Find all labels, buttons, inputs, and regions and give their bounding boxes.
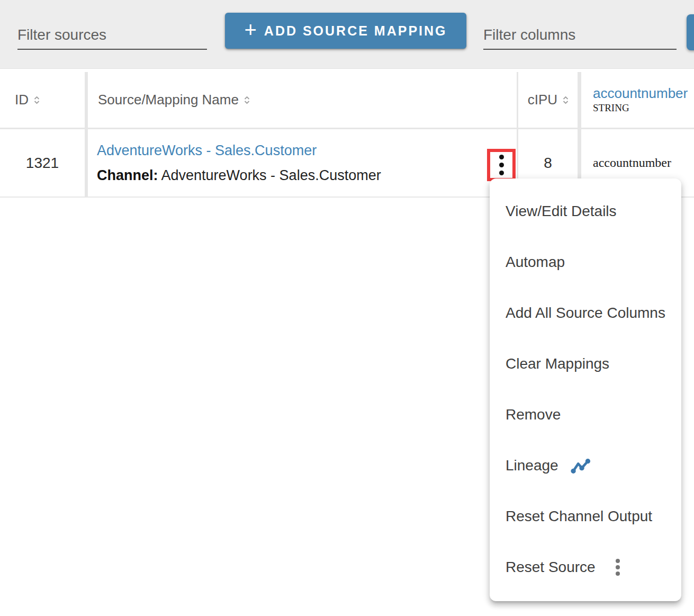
lineage-chart-icon — [570, 458, 591, 474]
accountnumber-column-type: STRING — [593, 102, 688, 114]
menu-item-automap[interactable]: Automap — [490, 237, 681, 288]
channel-line: Channel: AdventureWorks - Sales.Customer — [97, 167, 381, 184]
channel-label: Channel: — [97, 167, 158, 183]
sort-icon — [33, 95, 40, 105]
menu-item-label: Reset Channel Output — [506, 508, 652, 525]
row-accountnumber-value: accountnumber — [593, 156, 671, 170]
row-id-value: 1321 — [26, 155, 59, 172]
clipped-edge-button[interactable] — [687, 14, 694, 50]
menu-item-lineage[interactable]: Lineage — [490, 440, 681, 491]
accountnumber-column-name: accountnumber — [593, 86, 688, 102]
menu-item-label: Lineage — [506, 457, 558, 474]
sort-icon — [244, 95, 250, 105]
plus-icon: + — [244, 19, 256, 40]
column-header-id-label: ID — [15, 92, 29, 108]
column-header-accountnumber[interactable]: accountnumber STRING — [581, 72, 694, 128]
column-header-cipu-label: cIPU — [528, 92, 557, 108]
toolbar: + ADD SOURCE MAPPING — [0, 0, 694, 69]
column-header-id[interactable]: ID — [0, 72, 85, 128]
menu-item-reset-source[interactable]: Reset Source — [490, 542, 681, 593]
menu-item-label: View/Edit Details — [506, 203, 617, 220]
menu-item-view-edit-details[interactable]: View/Edit Details — [490, 186, 681, 237]
filter-columns-input[interactable] — [483, 21, 677, 50]
column-header-cipu[interactable]: cIPU — [518, 72, 578, 128]
menu-item-reset-channel-output[interactable]: Reset Channel Output — [490, 491, 681, 542]
row-id-cell: 1321 — [0, 129, 85, 197]
channel-value: AdventureWorks - Sales.Customer — [161, 167, 381, 183]
menu-item-add-all-source-columns[interactable]: Add All Source Columns — [490, 288, 681, 338]
add-source-mapping-button[interactable]: + ADD SOURCE MAPPING — [225, 13, 466, 49]
sort-icon — [562, 95, 569, 105]
source-mapping-screen: + ADD SOURCE MAPPING ID Source/Mapping N… — [0, 0, 694, 616]
add-source-mapping-label: ADD SOURCE MAPPING — [264, 23, 447, 39]
menu-item-label: Add All Source Columns — [506, 305, 665, 322]
kebab-menu-icon — [616, 559, 620, 576]
row-cipu-value: 8 — [544, 155, 552, 172]
column-header-source-label: Source/Mapping Name — [98, 92, 239, 108]
row-actions-kebab-icon[interactable] — [492, 151, 511, 178]
menu-item-label: Remove — [506, 406, 561, 423]
menu-item-label: Automap — [506, 254, 565, 271]
row-source-cell: AdventureWorks - Sales.Customer Channel:… — [88, 129, 517, 197]
menu-item-clear-mappings[interactable]: Clear Mappings — [490, 338, 681, 389]
row-actions-menu: View/Edit Details Automap Add All Source… — [490, 178, 681, 601]
source-mapping-link[interactable]: AdventureWorks - Sales.Customer — [97, 142, 317, 159]
menu-item-label: Reset Source — [506, 559, 596, 576]
filter-sources-input[interactable] — [17, 21, 207, 50]
column-header-source-mapping-name[interactable]: Source/Mapping Name — [88, 72, 517, 128]
menu-item-label: Clear Mappings — [506, 355, 609, 372]
menu-item-remove[interactable]: Remove — [490, 389, 681, 440]
